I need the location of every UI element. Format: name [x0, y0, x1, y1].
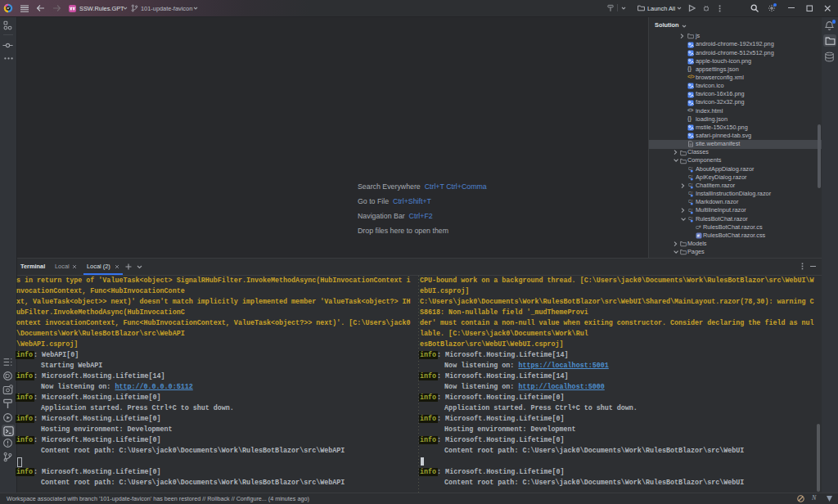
svg-text:#: #	[699, 258, 701, 259]
svg-text:#: #	[692, 208, 693, 211]
svg-text:#: #	[692, 216, 693, 219]
svg-text:#: #	[692, 166, 693, 169]
svg-text:#: #	[699, 225, 701, 229]
svg-text:#: #	[692, 174, 693, 178]
svg-text:#: #	[692, 200, 693, 203]
svg-text:#: #	[692, 191, 693, 195]
svg-text:#: #	[692, 183, 693, 187]
